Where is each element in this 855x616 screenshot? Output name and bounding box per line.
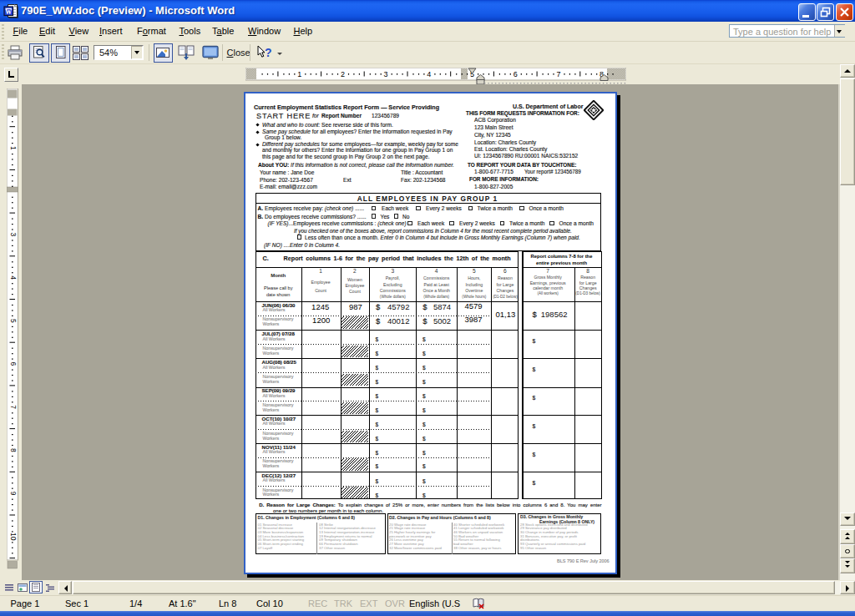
svg-text:1: 1 xyxy=(8,146,17,150)
svg-text:2: 2 xyxy=(341,70,345,78)
svg-text:7: 7 xyxy=(556,70,560,78)
svg-text:4: 4 xyxy=(427,70,431,78)
svg-text:4: 4 xyxy=(8,275,17,280)
svg-text:10: 10 xyxy=(8,533,17,541)
svg-text:1: 1 xyxy=(297,70,301,78)
svg-text:3: 3 xyxy=(384,70,388,78)
svg-text:W: W xyxy=(5,8,12,16)
svg-text:9: 9 xyxy=(8,492,17,496)
svg-text:7: 7 xyxy=(8,405,17,409)
svg-text:6: 6 xyxy=(514,70,518,78)
svg-text:?: ? xyxy=(265,46,272,59)
svg-text:6: 6 xyxy=(8,362,17,366)
svg-text:5: 5 xyxy=(8,319,17,323)
svg-text:8: 8 xyxy=(8,448,17,452)
svg-text:3: 3 xyxy=(8,233,17,237)
